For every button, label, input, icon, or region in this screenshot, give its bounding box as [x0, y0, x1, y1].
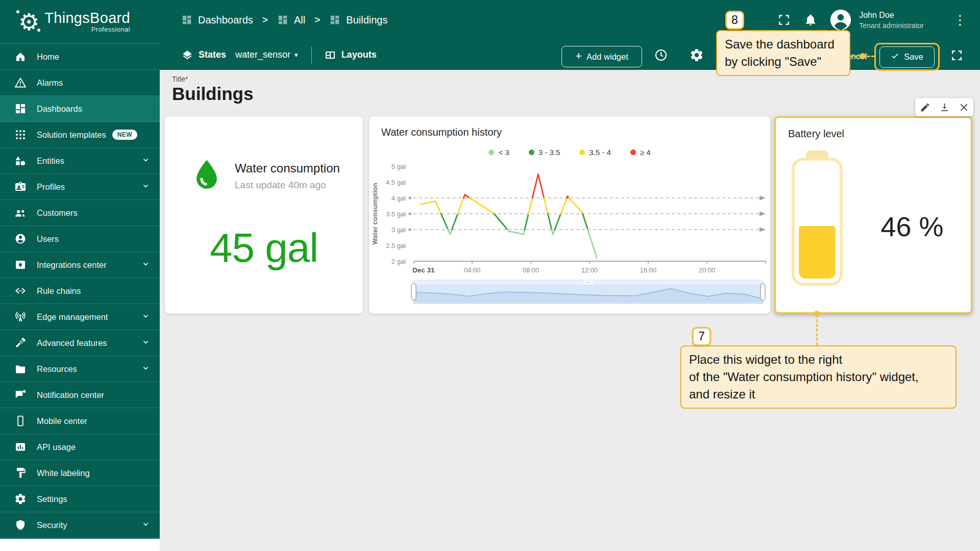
- series-segment: [441, 214, 448, 230]
- history-chart-svg: 5 gal4.5 gal4 gal3.5 gal3 gal2.5 gal2 ga…: [369, 161, 770, 312]
- sidebar-bottom-spacer: [0, 539, 160, 551]
- alarms-icon: [14, 77, 27, 89]
- minimap-grip-dot: [588, 282, 589, 283]
- check-icon: [891, 52, 899, 62]
- add-widget-button[interactable]: + Add widget: [561, 46, 642, 67]
- series-segment: [525, 214, 529, 230]
- threshold-arrow-icon: [760, 196, 766, 201]
- x-axis-tick-label: 16:00: [640, 266, 657, 274]
- legend-item[interactable]: ≥ 4: [630, 148, 651, 157]
- profiles-icon: [14, 181, 27, 193]
- series-segment: [421, 201, 435, 204]
- solution-templates-icon: [14, 129, 27, 141]
- sidebar-item-alarms[interactable]: Alarms: [0, 70, 160, 96]
- sidebar-item-home[interactable]: Home: [0, 44, 160, 70]
- battery-fill: [799, 226, 836, 279]
- save-button[interactable]: Save: [879, 46, 935, 68]
- sidebar-item-solution-templates[interactable]: Solution templatesNEW: [0, 122, 160, 148]
- chevron-down-icon: [142, 338, 150, 346]
- tutorial-tooltip-step7: Place this widget to the rightof the "Wa…: [680, 345, 957, 409]
- series-segment: [435, 201, 441, 214]
- states-label[interactable]: States: [199, 49, 226, 60]
- widget-battery-level[interactable]: Battery level 46 %: [774, 116, 972, 314]
- tutorial-connector-line: [850, 56, 874, 57]
- settings-icon: [14, 493, 27, 505]
- dashboard-icon: [277, 14, 288, 26]
- customers-icon: [14, 207, 27, 219]
- series-segment: [548, 214, 552, 230]
- time-window-clock-icon[interactable]: [654, 48, 668, 62]
- kebab-menu-icon[interactable]: ⋮: [953, 15, 967, 25]
- sidebar-item-api-usage[interactable]: API usage: [0, 434, 160, 460]
- integrations-center-icon: [14, 259, 27, 271]
- sidebar-item-resources[interactable]: Resources: [0, 356, 160, 382]
- x-axis-tick-label: 12:00: [581, 266, 598, 274]
- sidebar-item-profiles[interactable]: Profiles: [0, 174, 160, 200]
- legend-item[interactable]: 3.5 - 4: [579, 148, 611, 157]
- series-segment: [528, 198, 532, 214]
- security-icon: [14, 519, 27, 531]
- threshold-arrow-icon: [760, 228, 766, 232]
- sidebar-item-security[interactable]: Security: [0, 512, 160, 538]
- sidebar-item-notification-center[interactable]: Notification center: [0, 382, 160, 408]
- sidebar-item-customers[interactable]: Customers: [0, 200, 160, 226]
- layouts-button[interactable]: Layouts: [341, 49, 377, 60]
- toolbar-fullscreen-icon[interactable]: [950, 49, 963, 62]
- series-segment: [465, 195, 470, 198]
- breadcrumb-item-all[interactable]: All: [277, 14, 305, 26]
- state-selector[interactable]: water_sensor: [235, 49, 290, 60]
- download-icon[interactable]: [939, 102, 950, 113]
- users-icon: [14, 233, 27, 245]
- user-avatar[interactable]: [829, 9, 852, 31]
- close-icon[interactable]: [959, 102, 969, 113]
- sidebar-item-advanced-features[interactable]: Advanced features: [0, 330, 160, 356]
- y-axis-title: Water consumption: [371, 183, 379, 245]
- sidebar-item-users[interactable]: Users: [0, 226, 160, 252]
- minimap-grip-dot: [586, 282, 587, 283]
- user-name: John Doe: [859, 11, 924, 20]
- dashboard-icon: [181, 14, 192, 26]
- legend-item[interactable]: < 3: [488, 148, 509, 157]
- series-segment: [458, 198, 464, 214]
- sidebar-item-white-labeling[interactable]: White labeling: [0, 460, 160, 486]
- chevron-down-icon: [142, 520, 150, 528]
- sidebar-item-rule-chains[interactable]: Rule chains: [0, 278, 160, 304]
- tutorial-connector-line: [816, 315, 818, 345]
- fullscreen-icon[interactable]: [777, 13, 791, 27]
- user-role: Tenant administrator: [859, 21, 924, 30]
- thingsboard-logo[interactable]: ⚙ ThingsBoard Professional: [0, 0, 160, 44]
- minimap-handle-left[interactable]: [411, 284, 416, 300]
- chevron-down-icon: [142, 312, 150, 320]
- sidebar-item-settings[interactable]: Settings: [0, 486, 160, 512]
- title-field-label: Title*: [172, 75, 188, 83]
- sidebar-item-integrations-center[interactable]: Integrations center: [0, 252, 160, 278]
- notification-center-icon: [14, 389, 27, 401]
- breadcrumb-item-buildings[interactable]: Buildings: [329, 14, 387, 26]
- thingsboard-logo-icon: ⚙: [18, 10, 39, 34]
- sidebar-item-entities[interactable]: Entities: [0, 148, 160, 174]
- sidebar-item-dashboards[interactable]: Dashboards: [0, 96, 160, 122]
- advanced-features-icon: [14, 337, 27, 349]
- edit-icon[interactable]: [920, 102, 930, 113]
- dashboard-settings-gear-icon[interactable]: [690, 48, 704, 62]
- x-axis-tick-label: Dec 31: [412, 266, 435, 274]
- threshold-arrow-icon: [760, 212, 766, 216]
- water-consumption-value: 45 gal: [165, 224, 363, 271]
- series-segment: [538, 174, 544, 198]
- sidebar-item-mobile-center[interactable]: Mobile center: [0, 408, 160, 434]
- breadcrumb-item-dashboards[interactable]: Dashboards: [181, 14, 253, 26]
- notifications-bell-icon[interactable]: [804, 13, 817, 27]
- legend-item[interactable]: 3 - 3.5: [529, 148, 560, 157]
- user-menu[interactable]: John Doe Tenant administrator: [859, 11, 924, 30]
- widget-water-consumption[interactable]: Water consumption Last update 40m ago 45…: [165, 116, 363, 314]
- caret-down-icon[interactable]: ▾: [295, 51, 298, 59]
- page-title[interactable]: Buildings: [172, 84, 253, 104]
- brand-subtitle: Professional: [44, 26, 130, 33]
- save-button-highlight-ring: Save: [874, 43, 940, 71]
- widget-water-consumption-history[interactable]: Water consumption history < 33 - 3.53.5 …: [369, 116, 770, 314]
- series-segment: [544, 198, 548, 214]
- legend-dot-icon: [579, 149, 585, 155]
- y-axis-tick-label: 4.5 gal: [386, 179, 406, 186]
- sidebar-item-edge-management[interactable]: Edge management: [0, 304, 160, 330]
- minimap-handle-right[interactable]: [761, 284, 765, 300]
